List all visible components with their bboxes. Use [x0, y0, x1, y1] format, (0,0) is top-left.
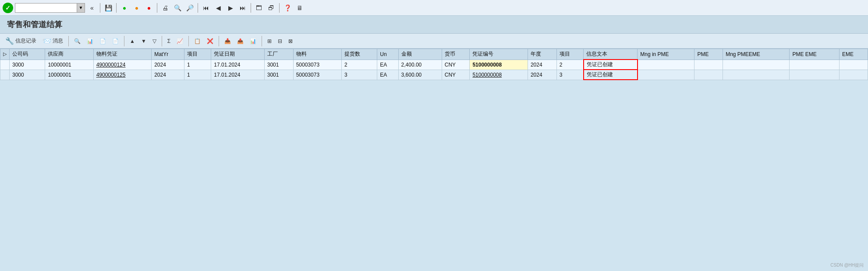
double-arrow-btn[interactable]: «: [87, 3, 97, 13]
col-company-code: 公司码: [10, 49, 45, 60]
year-1: 2024: [528, 60, 556, 70]
grid2-btn[interactable]: ⊟: [276, 37, 284, 45]
col-voucher-no: 凭证编号: [470, 49, 528, 60]
voucher-no-1[interactable]: 5100000008: [470, 60, 528, 70]
doc2-btn[interactable]: 📄: [110, 37, 120, 45]
amount-2: 3,600.00: [398, 70, 442, 80]
sum-btn[interactable]: Σ: [166, 37, 172, 45]
item-no-1: 2: [556, 60, 583, 70]
graph-icon: 📊: [250, 38, 256, 44]
sort-asc-btn[interactable]: ▲: [128, 37, 137, 45]
grid1-btn[interactable]: ⊞: [266, 37, 273, 45]
chart-btn[interactable]: 📈: [175, 37, 185, 45]
sec-sep-5: [219, 36, 219, 46]
exit-btn[interactable]: ●: [131, 3, 142, 13]
cancel-btn[interactable]: ●: [144, 3, 154, 13]
last-page-btn[interactable]: ⏭: [237, 3, 248, 13]
import-btn[interactable]: 📥: [223, 37, 233, 45]
sec-sep-1: [68, 36, 69, 46]
page-title: 寄售和管道结算: [7, 20, 62, 29]
item-no-2: 3: [556, 70, 583, 80]
col-un: Un: [377, 49, 398, 60]
col-delivery-qty: 提货数: [341, 49, 377, 60]
filter-btn[interactable]: ▽: [151, 37, 158, 45]
sec-sep-3: [162, 36, 162, 46]
col-item: 项目: [184, 49, 211, 60]
mng-pmeeme-2: [723, 70, 790, 80]
copy-btn[interactable]: 📋: [192, 37, 202, 45]
info-record-btn[interactable]: 🔧 信息记录: [4, 36, 38, 46]
command-input[interactable]: [15, 4, 77, 12]
delivery-qty-2: 3: [341, 70, 377, 80]
sort-desc-icon: ▼: [141, 38, 146, 44]
message-label: 消息: [53, 37, 63, 45]
grid3-btn[interactable]: ⊠: [287, 37, 294, 45]
separator-2: [116, 3, 117, 13]
window2-btn[interactable]: 🗗: [266, 3, 276, 13]
pme-2: [694, 70, 723, 80]
un-2: EA: [377, 70, 398, 80]
next-page-btn[interactable]: ▶: [225, 3, 236, 13]
table-icon: 📊: [87, 38, 93, 44]
export-btn[interactable]: 📤: [235, 37, 245, 45]
search-btn[interactable]: 🔍: [72, 37, 82, 45]
col-pme-eme: PME EME: [790, 49, 840, 60]
window-btn[interactable]: 🗔: [254, 3, 264, 13]
monitor-btn[interactable]: 🖥: [294, 3, 305, 13]
material-doc-1[interactable]: 4900000124: [93, 60, 151, 70]
row-indicator-1: [0, 60, 10, 70]
col-indicator: ▷: [0, 49, 10, 60]
sort-desc-btn[interactable]: ▼: [139, 37, 148, 45]
secondary-toolbar: 🔧 信息记录 📨 消息 🔍 📊 📄 📄 ▲ ▼ ▽ Σ 📈 📋 ❌ 📥 📤 📊 …: [0, 34, 868, 49]
help-btn[interactable]: ❓: [282, 3, 293, 13]
first-page-btn[interactable]: ⏮: [201, 3, 211, 13]
col-plant: 工厂: [264, 49, 293, 60]
info-record-label: 信息记录: [15, 37, 36, 45]
find-next-btn[interactable]: 🔎: [184, 3, 195, 13]
eme-1: [840, 60, 868, 70]
print-btn[interactable]: 🖨: [160, 3, 170, 13]
save-btn[interactable]: 💾: [103, 3, 113, 13]
delete-btn[interactable]: ❌: [205, 37, 215, 45]
confirm-icon[interactable]: ✓: [3, 3, 13, 13]
table-btn[interactable]: 📊: [85, 37, 95, 45]
find-btn[interactable]: 🔍: [172, 3, 183, 13]
material-doc-2[interactable]: 4900000125: [93, 70, 151, 80]
pme-eme-1: [790, 60, 840, 70]
separator-1: [100, 3, 100, 13]
material-2: 50003073: [293, 70, 341, 80]
prev-page-btn[interactable]: ◀: [213, 3, 223, 13]
item-1: 1: [184, 60, 211, 70]
info-record-icon: 🔧: [5, 37, 14, 45]
currency-1: CNY: [442, 60, 470, 70]
back-btn[interactable]: ●: [119, 3, 130, 13]
graph-btn[interactable]: 📊: [248, 37, 258, 45]
sec-sep-2: [124, 36, 124, 46]
pme-1: [694, 60, 723, 70]
sort-asc-icon: ▲: [130, 38, 135, 44]
import-icon: 📥: [224, 38, 231, 44]
pme-eme-2: [790, 70, 840, 80]
export-icon: 📤: [237, 38, 244, 44]
col-material-doc: 物料凭证: [93, 49, 151, 60]
amount-1: 2,400.00: [398, 60, 442, 70]
separator-6: [279, 3, 280, 13]
doc-btn[interactable]: 📄: [98, 37, 108, 45]
voucher-no-2[interactable]: 5100000008: [470, 70, 528, 80]
company-code-2: 3000: [10, 70, 45, 80]
col-mng-in-pme: Mng in PME: [638, 49, 694, 60]
message-btn[interactable]: 📨 消息: [41, 36, 65, 46]
mng-in-pme-2: [638, 70, 694, 80]
page-title-bar: 寄售和管道结算: [0, 16, 868, 34]
plant-1: 3001: [264, 60, 293, 70]
grid1-icon: ⊞: [267, 38, 272, 44]
year-2: 2024: [528, 70, 556, 80]
plant-2: 3001: [264, 70, 293, 80]
sec-sep-6: [262, 36, 262, 46]
col-item-no: 项目: [556, 49, 583, 60]
separator-4: [198, 3, 198, 13]
command-dropdown-btn[interactable]: ▼: [77, 4, 85, 12]
row-indicator-2: [0, 70, 10, 80]
message-icon: 📨: [43, 37, 51, 45]
delivery-qty-1: 2: [341, 60, 377, 70]
